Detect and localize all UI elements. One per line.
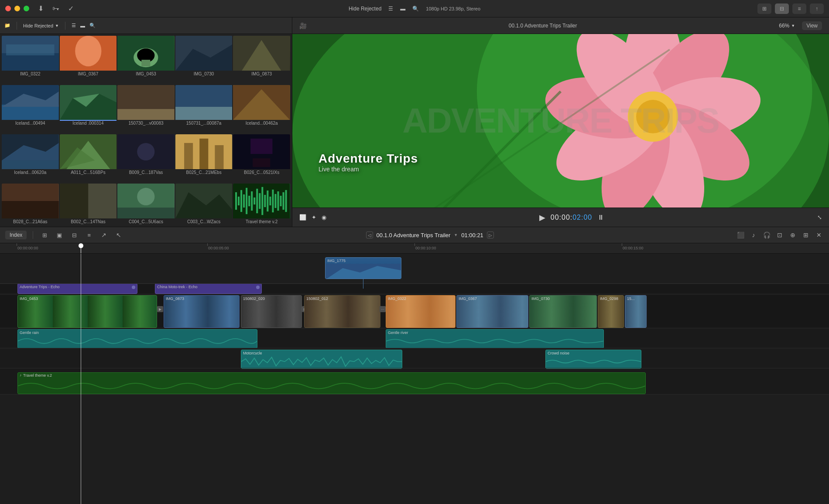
- media-label: IMG_0873: [233, 71, 290, 77]
- hide-rejected-dropdown[interactable]: Hide Rejected ▼: [23, 23, 59, 28]
- index-button[interactable]: Index: [5, 231, 27, 239]
- audio-button[interactable]: ▣: [54, 231, 65, 239]
- view-button[interactable]: View: [802, 21, 822, 30]
- clip-btn[interactable]: ▬: [80, 23, 85, 28]
- svg-rect-59: [254, 198, 256, 204]
- svg-rect-65: [270, 197, 271, 205]
- timeline-nav: ◁ 00.1.0 Adventure Trips Trailer ▼ 01:00…: [366, 232, 494, 238]
- timeline-inner: 00:00:00:00 00:00:05:00 00:00:10:00 00:0…: [0, 243, 829, 504]
- svg-rect-35: [199, 139, 208, 169]
- media-item[interactable]: IMG_0453: [117, 36, 175, 84]
- search-icon[interactable]: 🔍: [412, 6, 419, 12]
- svg-rect-63: [264, 195, 266, 207]
- camera-icon: 🎥: [299, 22, 307, 29]
- arrow-button[interactable]: ↗: [99, 231, 109, 239]
- media-label: A011_C...516BPs: [60, 169, 117, 176]
- audio-meter-button[interactable]: ♪: [749, 230, 758, 240]
- crop-button[interactable]: ⬜: [299, 214, 306, 221]
- connected-clip[interactable]: IMG_1775: [325, 257, 401, 279]
- track-bg-1: [0, 294, 829, 328]
- media-item[interactable]: IMG_0322: [2, 36, 59, 84]
- list-btn[interactable]: ☰: [72, 23, 76, 28]
- media-label: Iceland...00494: [2, 120, 59, 126]
- headphones-button[interactable]: 🎧: [762, 230, 771, 240]
- media-item[interactable]: 150730_...v00083: [117, 85, 175, 133]
- libraries-icon: 📁: [4, 23, 10, 28]
- timeline-project-label: 00.1.0 Adventure Trips Trailer: [377, 232, 451, 238]
- media-item[interactable]: IMG_0873: [233, 36, 290, 84]
- list-view-icon[interactable]: ☰: [388, 6, 393, 12]
- prev-button[interactable]: ◁: [366, 232, 373, 238]
- media-item[interactable]: Iceland...00494: [2, 85, 59, 133]
- media-item[interactable]: A011_C...516BPs: [60, 134, 117, 183]
- preview-viewport: ADVENTURE TRIPS Adventure Trips Live the…: [292, 34, 829, 208]
- transform-button[interactable]: ✦: [312, 214, 316, 221]
- close-button[interactable]: [5, 6, 11, 11]
- media-item[interactable]: B025_C...21MEbs: [175, 134, 233, 183]
- titlebar-controls: ⬇ 🗝 ✓: [38, 4, 74, 13]
- check-icon[interactable]: ✓: [68, 4, 74, 13]
- media-item[interactable]: C004_C...5U6acs: [117, 184, 175, 225]
- svg-rect-22: [175, 107, 233, 120]
- separator2: [65, 22, 65, 30]
- track-bg-4: [0, 368, 829, 395]
- zoom-control[interactable]: 66% ▼: [779, 23, 795, 29]
- media-item[interactable]: B009_C...187Vas: [117, 134, 175, 183]
- media-item[interactable]: Travel theme v.2: [233, 184, 290, 225]
- separator: [17, 22, 17, 30]
- filmstrip-view-button[interactable]: ⊟: [775, 3, 789, 14]
- media-item[interactable]: 150731_...00087a: [175, 85, 233, 133]
- media-browser: 📁 Hide Rejected ▼ ☰ ▬ 🔍: [0, 17, 292, 227]
- play-button[interactable]: ▶: [539, 213, 545, 222]
- svg-rect-39: [253, 158, 271, 167]
- media-label: B009_C...187Vas: [117, 169, 175, 176]
- timeline-right-controls: ⬛ ♪ 🎧 ⊡ ⊕ ⊞ ✕: [736, 230, 824, 240]
- media-item[interactable]: Iceland...00620a: [2, 134, 59, 183]
- clip-appearance-button[interactable]: ⊞: [39, 231, 50, 239]
- svg-rect-64: [267, 191, 269, 211]
- media-item[interactable]: C003_C...WZacs: [175, 184, 233, 225]
- traffic-lights: [5, 6, 29, 11]
- libraries-button[interactable]: 📁: [4, 23, 10, 28]
- share-button[interactable]: ↑: [810, 3, 824, 14]
- media-item[interactable]: B002_C...14TNas: [60, 184, 117, 225]
- media-thumb: [60, 85, 117, 120]
- inspector-button[interactable]: ≡: [792, 3, 806, 14]
- track-bg-2: [0, 328, 829, 348]
- grid-button[interactable]: ⊟: [69, 231, 79, 239]
- titlebar-center: Hide Rejected ☰ ▬ 🔍 1080p HD 23.98p, Ste…: [349, 6, 480, 12]
- zoom-in-button[interactable]: ⬛: [736, 230, 745, 240]
- close-panel-button[interactable]: ✕: [814, 230, 824, 240]
- media-item[interactable]: IMG_0730: [175, 36, 233, 84]
- media-item-selected[interactable]: Iceland .000314: [60, 85, 117, 133]
- settings-button[interactable]: ⊕: [788, 230, 798, 240]
- filmstrip-icon[interactable]: ▬: [400, 6, 405, 12]
- color-button[interactable]: ◉: [322, 214, 326, 221]
- search-btn[interactable]: 🔍: [89, 23, 96, 28]
- browser-toolbar: 📁 Hide Rejected ▼ ☰ ▬ 🔍: [0, 17, 292, 34]
- select-tool[interactable]: ↖: [113, 231, 124, 239]
- media-item[interactable]: Iceland...00462a: [233, 85, 290, 133]
- media-thumb: [175, 85, 233, 120]
- expand-button[interactable]: ⊡: [775, 230, 784, 240]
- project-dropdown-icon[interactable]: ▼: [454, 233, 458, 237]
- download-icon[interactable]: ⬇: [38, 4, 44, 13]
- minimize-button[interactable]: [14, 6, 20, 11]
- media-item[interactable]: IMG_0367: [60, 36, 117, 84]
- key-icon[interactable]: 🗝: [52, 5, 59, 13]
- ruler-mark-2: 00:00:10:00: [414, 243, 436, 250]
- list-button[interactable]: ≡: [84, 231, 94, 239]
- fullscreen-button[interactable]: ⤡: [817, 214, 822, 221]
- svg-rect-60: [257, 189, 258, 213]
- next-button[interactable]: ▷: [487, 232, 494, 238]
- grid-view-button[interactable]: ⊞: [757, 3, 771, 14]
- media-label: IMG_0322: [2, 71, 59, 77]
- media-label: B026_C...0521IXs: [233, 169, 290, 176]
- media-item[interactable]: B028_C...21A6as: [2, 184, 59, 225]
- pip-button[interactable]: ⊞: [801, 230, 811, 240]
- hide-rejected-button[interactable]: Hide Rejected: [349, 6, 381, 12]
- media-label: Iceland...00462a: [233, 120, 290, 126]
- maximize-button[interactable]: [24, 6, 29, 11]
- svg-rect-1: [2, 53, 59, 71]
- media-item[interactable]: B026_C...0521IXs: [233, 134, 290, 183]
